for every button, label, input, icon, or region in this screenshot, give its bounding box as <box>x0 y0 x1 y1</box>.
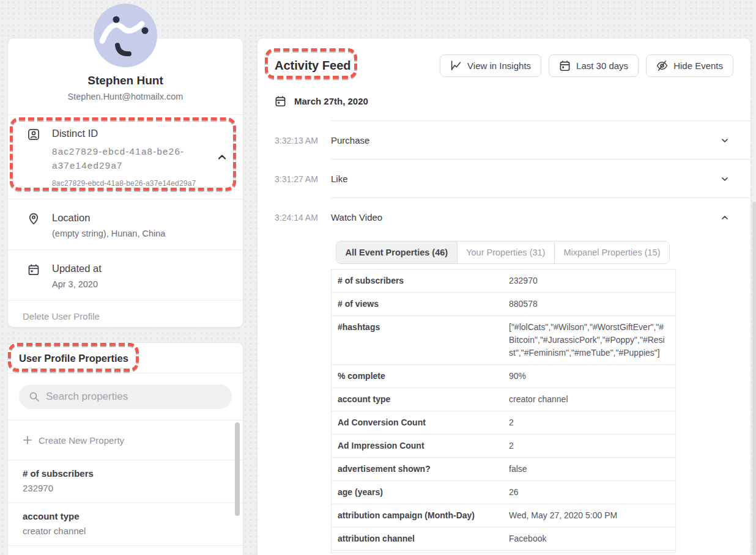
property-key: # of views <box>338 298 509 311</box>
profile-email: Stephen.Hunt@hotmailx.com <box>8 92 243 114</box>
event-row[interactable]: 3:31:27 AM Like <box>258 160 750 198</box>
location-label: Location <box>52 212 165 224</box>
updated-at-label: Updated at <box>52 263 102 274</box>
property-value: ["#lolCats","#Wilson","#WorstGiftEver","… <box>509 321 669 359</box>
avatar <box>94 4 157 67</box>
table-row: # of subscribers 232970 <box>332 270 675 293</box>
event-row[interactable]: 3:32:13 AM Purchase <box>258 121 750 160</box>
property-name: # of subscribers <box>23 468 228 479</box>
user-profile-card: Stephen Hunt Stephen.Hunt@hotmailx.com D… <box>7 38 243 328</box>
event-name: Watch Video <box>331 212 382 222</box>
table-row: attribution campaign (Month-Day) Wed, Ma… <box>332 504 675 527</box>
hide-events-label: Hide Events <box>673 61 723 71</box>
table-row: account type creator channel <box>332 388 675 411</box>
chevron-down-icon[interactable] <box>720 136 730 145</box>
property-key: attribution campaign (Month-Day) <box>338 509 509 522</box>
create-new-property-button[interactable]: Create New Property <box>8 421 243 460</box>
search-properties-input[interactable] <box>46 391 222 403</box>
tab-mixpanel-properties[interactable]: Mixpanel Properties (15) <box>554 241 669 263</box>
last-30-days-label: Last 30 days <box>576 61 628 71</box>
view-in-insights-label: View in Insights <box>467 61 531 71</box>
property-key: advertisement shown? <box>338 463 509 476</box>
property-value: 2 <box>509 416 669 429</box>
property-value: creator channel <box>23 526 228 536</box>
table-row: age (years) 26 <box>332 481 675 504</box>
property-value: 26 <box>509 486 669 499</box>
property-value: 880578 <box>509 298 669 311</box>
event-name: Like <box>331 174 348 184</box>
id-badge-icon <box>28 128 40 141</box>
property-key: Ad Impression Count <box>338 439 509 452</box>
calendar-icon <box>275 95 286 107</box>
event-time: 3:32:13 AM <box>275 136 331 145</box>
event-row-expanded[interactable]: 3:24:14 AM Watch Video <box>258 198 750 237</box>
event-name: Purchase <box>331 135 369 145</box>
page-scrollbar[interactable] <box>752 202 756 555</box>
property-list-item[interactable]: # of subscribers 232970 <box>8 460 243 502</box>
table-row: advertisement shown? false <box>332 458 675 481</box>
property-value: 90% <box>509 370 669 383</box>
distinct-id-value: 8ac27829-ebcd-41a8-be26-a37e14ed29a7 <box>52 144 205 172</box>
tab-your-properties[interactable]: Your Properties (31) <box>457 241 554 263</box>
table-row: # of views 880578 <box>332 293 675 316</box>
date-group-label: March 27th, 2020 <box>294 96 368 106</box>
last-30-days-button[interactable]: Last 30 days <box>549 54 639 77</box>
user-profile-properties-card: User Profile Properties Create New Prope… <box>7 342 243 555</box>
property-list-item[interactable]: account type creator channel <box>8 502 243 545</box>
table-row: attribution channel Facebook <box>332 527 675 551</box>
property-key: % complete <box>338 370 509 383</box>
calendar-icon <box>559 60 571 72</box>
search-icon <box>29 391 40 402</box>
create-new-property-label: Create New Property <box>39 435 124 446</box>
property-value: 232970 <box>509 274 669 287</box>
distinct-id-value-small: 8ac27829-ebcd-41a8-be26-a37e14ed29a7 <box>52 179 205 188</box>
page-root: Stephen Hunt Stephen.Hunt@hotmailx.com D… <box>0 0 756 555</box>
updated-at-value: Apr 3, 2020 <box>52 279 102 289</box>
property-value: false <box>509 463 669 476</box>
property-key: account type <box>338 393 509 406</box>
profile-name: Stephen Hunt <box>8 74 243 87</box>
table-row: Ad Impression Count 2 <box>332 435 675 458</box>
property-key: age (years) <box>338 486 509 499</box>
view-in-insights-button[interactable]: View in Insights <box>440 54 541 77</box>
chevron-up-icon <box>216 151 228 163</box>
event-detail-panel: All Event Properties (46) Your Propertie… <box>331 241 676 553</box>
property-value: creator channel <box>509 393 669 406</box>
property-value: 2 <box>509 439 669 452</box>
chevron-down-icon[interactable] <box>720 174 730 184</box>
search-properties-box[interactable] <box>19 384 232 409</box>
location-section: Location (empty string), Hunan, China <box>8 199 243 249</box>
property-key: #hashtags <box>338 321 509 359</box>
distinct-id-section: Distinct ID 8ac27829-ebcd-41a8-be26-a37e… <box>8 114 243 199</box>
property-value: Wed, May 27, 2020 5:00 PM <box>509 509 669 522</box>
event-time: 3:24:14 AM <box>275 213 331 222</box>
event-properties-tabbar: All Event Properties (46) Your Propertie… <box>336 241 670 264</box>
property-value: Facebook <box>509 532 669 545</box>
plus-icon <box>23 435 32 445</box>
property-key: Ad Conversion Count <box>338 416 509 429</box>
properties-list-scrollbar[interactable] <box>235 422 240 516</box>
property-value: 232970 <box>23 483 228 493</box>
properties-panel-title: User Profile Properties <box>8 343 243 373</box>
table-row: Ad Conversion Count 2 <box>332 411 675 435</box>
eye-off-icon <box>656 60 668 72</box>
updated-at-section: Updated at Apr 3, 2020 <box>8 249 243 300</box>
event-properties-table: # of subscribers 232970 # of views 88057… <box>331 269 676 553</box>
activity-feed-title: Activity Feed <box>275 59 350 73</box>
distinct-id-collapse-button[interactable] <box>216 151 228 163</box>
property-key: attribution channel <box>338 532 509 545</box>
table-row <box>332 551 675 553</box>
delete-user-profile-button[interactable]: Delete User Profile <box>8 300 243 332</box>
calendar-icon <box>28 263 40 276</box>
line-chart-icon <box>450 60 462 72</box>
activity-feed-panel: Activity Feed View in Insights <box>257 38 751 555</box>
date-group-header: March 27th, 2020 <box>258 95 750 107</box>
property-name: account type <box>23 511 228 521</box>
chevron-up-icon[interactable] <box>720 213 730 222</box>
property-key: # of subscribers <box>338 274 509 287</box>
tab-all-event-properties[interactable]: All Event Properties (46) <box>336 241 457 263</box>
event-time: 3:31:27 AM <box>275 174 331 184</box>
hide-events-button[interactable]: Hide Events <box>646 54 733 77</box>
location-value: (empty string), Hunan, China <box>52 229 165 238</box>
table-row: #hashtags ["#lolCats","#Wilson","#WorstG… <box>332 316 675 365</box>
